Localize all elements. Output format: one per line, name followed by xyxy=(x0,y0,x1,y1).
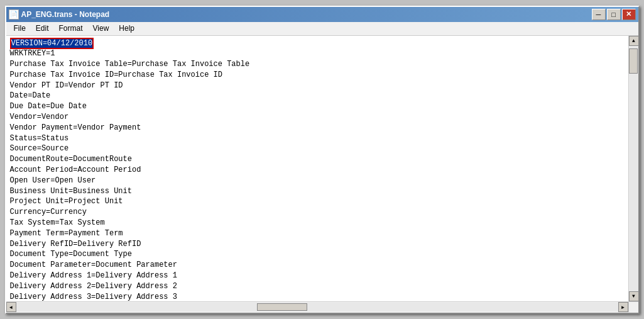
menu-file[interactable]: File xyxy=(9,23,31,34)
minimize-button[interactable]: ─ xyxy=(592,9,606,20)
text-line: DocumentRoute=DocumentRoute xyxy=(10,154,625,165)
menu-help[interactable]: Help xyxy=(114,23,139,34)
text-editor[interactable]: VERSION=04/12/2010 WRKTRKEY=1Purchase Ta… xyxy=(6,36,628,301)
scroll-thumb-h[interactable] xyxy=(257,303,307,311)
scrollbar-corner xyxy=(628,302,638,312)
text-line: Open User=Open User xyxy=(10,176,625,186)
menu-bar: File Edit Format View Help xyxy=(6,22,638,36)
title-bar-buttons: ─ □ ✕ xyxy=(592,9,636,20)
scroll-left-arrow[interactable]: ◄ xyxy=(6,302,16,312)
close-button[interactable]: ✕ xyxy=(622,9,636,20)
scroll-track-v[interactable] xyxy=(629,46,638,291)
text-line: Vendor PT ID=Vendor PT ID xyxy=(10,81,625,91)
scroll-thumb-v[interactable] xyxy=(629,48,638,74)
text-line: Delivery Address 3=Delivery Address 3 xyxy=(10,292,625,301)
text-line: WRKTRKEY=1 xyxy=(10,48,625,59)
vertical-scrollbar[interactable]: ▲ ▼ xyxy=(628,36,638,301)
text-line: Project Unit=Project Unit xyxy=(10,196,625,207)
text-line: Delivery RefID=Delivery RefID xyxy=(10,239,625,250)
text-line: Purchase Tax Invoice Table=Purchase Tax … xyxy=(10,59,625,70)
text-line: Account Period=Account Period xyxy=(10,165,625,176)
scroll-down-arrow[interactable]: ▼ xyxy=(629,291,638,301)
title-bar-left: 📄 AP_ENG.trans - Notepad xyxy=(9,9,110,20)
menu-edit[interactable]: Edit xyxy=(31,23,54,34)
scroll-right-arrow[interactable]: ► xyxy=(618,302,628,312)
content-area: VERSION=04/12/2010 WRKTRKEY=1Purchase Ta… xyxy=(6,36,638,301)
version-line: VERSION=04/12/2010 xyxy=(10,38,94,49)
menu-view[interactable]: View xyxy=(88,23,114,34)
window-title: AP_ENG.trans - Notepad xyxy=(21,10,110,19)
scroll-up-arrow[interactable]: ▲ xyxy=(629,36,638,46)
title-bar: 📄 AP_ENG.trans - Notepad ─ □ ✕ xyxy=(6,7,638,22)
text-line: Vendor Payment=Vendor Payment xyxy=(10,123,625,133)
text-line: Purchase Tax Invoice ID=Purchase Tax Inv… xyxy=(10,70,625,81)
text-line: Date=Date xyxy=(10,91,625,101)
text-line: Delivery Address 2=Delivery Address 2 xyxy=(10,281,625,292)
bottom-area: ◄ ► xyxy=(6,301,638,313)
text-line: Status=Status xyxy=(10,133,625,144)
notepad-window: 📄 AP_ENG.trans - Notepad ─ □ ✕ File Edit… xyxy=(5,6,640,314)
text-line: Vendor=Vendor xyxy=(10,112,625,123)
text-line: Business Unit=Business Unit xyxy=(10,186,625,197)
text-line: Tax System=Tax System xyxy=(10,218,625,228)
text-line: Delivery Address 1=Delivery Address 1 xyxy=(10,271,625,281)
text-line: Document Type=Document Type xyxy=(10,249,625,260)
text-line: Payment Term=Payment Term xyxy=(10,228,625,239)
text-line: Source=Source xyxy=(10,143,625,154)
maximize-button[interactable]: □ xyxy=(607,9,621,20)
app-icon: 📄 xyxy=(9,9,19,20)
menu-format[interactable]: Format xyxy=(54,23,88,34)
scroll-track-h[interactable] xyxy=(16,303,618,311)
horizontal-scrollbar[interactable]: ◄ ► xyxy=(6,302,628,313)
text-line: Currency=Currency xyxy=(10,207,625,218)
text-line: Due Date=Due Date xyxy=(10,101,625,112)
text-line: Document Parameter=Document Parameter xyxy=(10,260,625,271)
